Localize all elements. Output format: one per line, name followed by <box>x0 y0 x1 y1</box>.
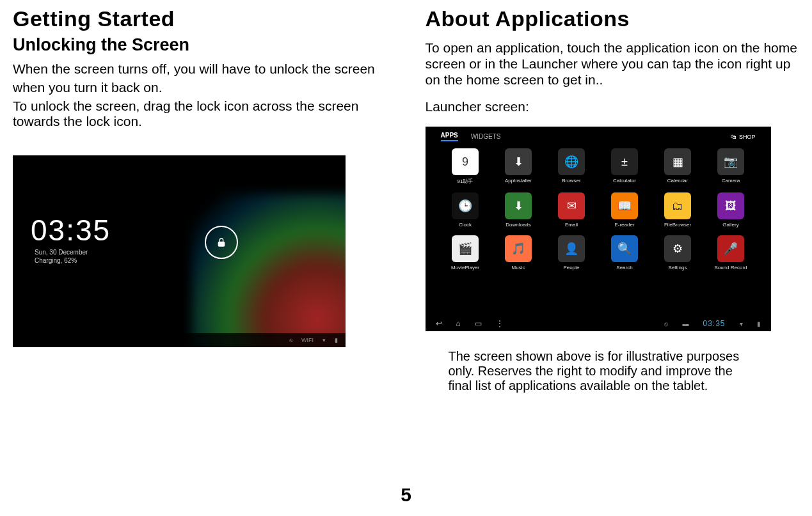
app-icon: ⬇ <box>505 192 532 219</box>
paragraph: When the screen turns off, you will have… <box>13 61 387 77</box>
app-icon: 🎵 <box>505 235 532 262</box>
app-label: Camera <box>722 178 740 184</box>
app-label: Calculator <box>613 178 636 184</box>
right-column: About Applications To open an applicatio… <box>426 6 800 393</box>
lock-icon[interactable] <box>205 226 238 259</box>
home-icon[interactable]: ⌂ <box>456 319 461 328</box>
lockscreen-figure: 03:35 Sun, 30 December Charging, 62% ⎋ W… <box>13 155 346 347</box>
app-icon: 📷 <box>717 148 744 175</box>
page-number: 5 <box>0 484 812 506</box>
app-icon: 🖼 <box>717 192 744 219</box>
lockscreen-time-block: 03:35 Sun, 30 December Charging, 62% <box>31 213 111 264</box>
app-label: Sound Record <box>714 265 747 270</box>
app-icon: 📖 <box>611 192 638 219</box>
left-column: Getting Started Unlocking the Screen Whe… <box>13 6 387 393</box>
app-label: Gallery <box>722 222 738 228</box>
app-icon: 🎤 <box>717 235 744 262</box>
app-icon: 🌐 <box>558 148 585 175</box>
app-email[interactable]: ✉Email <box>548 192 595 228</box>
footnote: The screen shown above is for illustrati… <box>449 349 756 393</box>
app-icon: ± <box>611 148 638 175</box>
launcher-topbar: APPS WIDGETS 🛍 SHOP <box>426 132 771 141</box>
sd-icon: ▬ <box>682 320 689 327</box>
launcher-figure: APPS WIDGETS 🛍 SHOP 991助手⬇AppInstaller🌐B… <box>426 127 771 331</box>
app-grid: 991助手⬇AppInstaller🌐Browser±Calculator▦Ca… <box>442 148 754 270</box>
app-clock[interactable]: 🕒Clock <box>442 192 489 228</box>
tab-apps[interactable]: APPS <box>441 132 458 141</box>
app-camera[interactable]: 📷Camera <box>708 148 754 185</box>
paragraph: To open an application, touch the applic… <box>426 40 800 88</box>
app-label: Settings <box>669 265 687 270</box>
app-browser[interactable]: 🌐Browser <box>548 148 595 185</box>
app-label: AppInstaller <box>505 178 532 184</box>
app-label: Search <box>616 265 632 270</box>
app-icon: 🗂 <box>664 192 691 219</box>
app-icon: ⬇ <box>505 148 532 175</box>
app-label: Clock <box>459 222 472 228</box>
shop-icon: 🛍 <box>731 134 736 140</box>
heading-unlocking: Unlocking the Screen <box>13 35 387 55</box>
usb-icon: ⎋ <box>664 320 668 327</box>
app-label: Music <box>512 265 525 270</box>
lockscreen-clock: 03:35 <box>31 213 111 247</box>
system-bar: ⎋ WIFI ▾ ▮ <box>13 333 346 347</box>
nav-bar: ↩ ⌂ ▭ ⋮ ⎋ ▬ 03:35 ▾ ▮ <box>426 316 771 331</box>
app-music[interactable]: 🎵Music <box>495 235 542 270</box>
app-icon: 👤 <box>558 235 585 262</box>
recent-icon[interactable]: ▭ <box>475 319 482 328</box>
app-calendar[interactable]: ▦Calendar <box>655 148 701 185</box>
back-icon[interactable]: ↩ <box>436 319 442 328</box>
paragraph: when you turn it back on. <box>13 80 387 96</box>
heading-getting-started: Getting Started <box>13 6 387 31</box>
app-filebrowser[interactable]: 🗂FileBrowser <box>655 192 701 228</box>
app-label: FileBrowser <box>664 222 691 228</box>
app-icon: 🎬 <box>452 235 479 262</box>
usb-icon: ⎋ <box>289 337 292 343</box>
background-glow <box>192 194 346 347</box>
svg-rect-0 <box>218 242 224 246</box>
app-icon: 🕒 <box>452 192 479 219</box>
paragraph: To unlock the screen, drag the lock icon… <box>13 98 387 130</box>
shop-label: SHOP <box>739 134 756 140</box>
wifi-icon: ▾ <box>322 337 326 343</box>
app-91-[interactable]: 991助手 <box>442 148 489 185</box>
app-label: E-reader <box>614 222 634 228</box>
app-downloads[interactable]: ⬇Downloads <box>495 192 542 228</box>
app-icon: ▦ <box>664 148 691 175</box>
app-people[interactable]: 👤People <box>548 235 595 270</box>
app-settings[interactable]: ⚙Settings <box>655 235 701 270</box>
battery-icon: ▮ <box>335 337 338 343</box>
wifi-label: WIFI <box>301 337 314 343</box>
app-label: Browser <box>562 178 580 184</box>
app-calculator[interactable]: ±Calculator <box>601 148 648 185</box>
app-label: 91助手 <box>458 178 474 185</box>
app-icon: ⚙ <box>664 235 691 262</box>
app-gallery[interactable]: 🖼Gallery <box>708 192 754 228</box>
shop-link[interactable]: 🛍 SHOP <box>731 134 756 140</box>
lockscreen-charging: Charging, 62% <box>35 257 111 264</box>
app-label: Email <box>565 222 578 228</box>
app-icon: 9 <box>452 148 479 175</box>
app-label: Downloads <box>506 222 531 228</box>
heading-about-apps: About Applications <box>426 6 800 31</box>
app-icon: ✉ <box>558 192 585 219</box>
app-label: Calendar <box>667 178 688 184</box>
tab-widgets[interactable]: WIDGETS <box>471 133 501 140</box>
wifi-icon: ▾ <box>740 320 743 327</box>
app-label: People <box>564 265 580 270</box>
app-e-reader[interactable]: 📖E-reader <box>601 192 648 228</box>
lockscreen-date: Sun, 30 December <box>35 249 111 256</box>
paragraph: Launcher screen: <box>426 99 800 115</box>
app-label: MoviePlayer <box>451 265 479 270</box>
nav-clock: 03:35 <box>703 319 725 328</box>
app-icon: 🔍 <box>611 235 638 262</box>
battery-icon: ▮ <box>757 320 761 327</box>
app-sound-record[interactable]: 🎤Sound Record <box>708 235 754 270</box>
menu-icon[interactable]: ⋮ <box>496 319 504 328</box>
app-search[interactable]: 🔍Search <box>601 235 648 270</box>
app-appinstaller[interactable]: ⬇AppInstaller <box>495 148 542 185</box>
app-movieplayer[interactable]: 🎬MoviePlayer <box>442 235 489 270</box>
